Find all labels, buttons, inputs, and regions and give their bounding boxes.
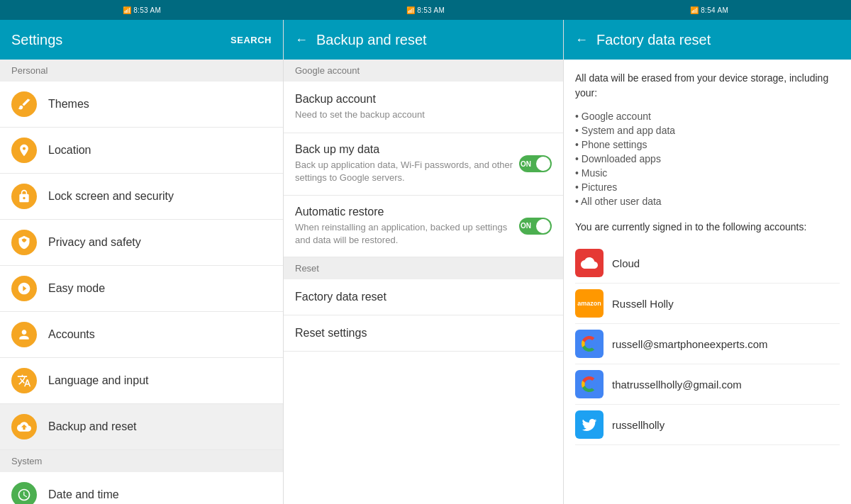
- language-icon: [17, 374, 31, 388]
- status-panel-2: 📶 8:53 AM: [284, 0, 567, 20]
- status-icons-1: 📶 8:53 AM: [123, 6, 161, 14]
- google2-account-icon: [575, 370, 604, 398]
- account-google2: thatrussellholly@gmail.com: [575, 364, 840, 405]
- privacy-label: Privacy and safety: [48, 236, 141, 249]
- google1-account-icon: [575, 330, 604, 358]
- account-twitter: russellholly: [575, 405, 840, 445]
- factory-header: ← Factory data reset: [564, 20, 851, 60]
- restore-toggle-knob: [536, 219, 550, 233]
- backup-account-item[interactable]: Backup account Need to set the backup ac…: [284, 82, 563, 133]
- time-display-3: 8:54 AM: [701, 6, 728, 14]
- language-icon-circle: [11, 368, 37, 393]
- auto-restore-title: Automatic restore: [295, 206, 519, 218]
- backup-back-button[interactable]: ←: [295, 33, 308, 47]
- main-area: Settings SEARCH Personal Themes Location…: [0, 20, 851, 504]
- backup-label: Backup and reset: [48, 420, 137, 433]
- backup-account-title: Backup account: [295, 93, 552, 106]
- sidebar-item-lock[interactable]: Lock screen and security: [0, 174, 283, 220]
- auto-restore-item[interactable]: Automatic restore When reinstalling an a…: [284, 196, 563, 257]
- settings-header: Settings SEARCH: [0, 20, 283, 60]
- account-google1: russell@smartphoneexperts.com: [575, 324, 840, 364]
- accounts-text: You are currently signed in to the follo…: [575, 220, 840, 235]
- status-bar: 📶 8:53 AM 📶 8:53 AM 📶 8:54 AM: [0, 0, 851, 20]
- cloud-account-icon: [575, 249, 604, 277]
- section-personal: Personal: [0, 60, 283, 82]
- erase-item-2: System and app data: [575, 123, 840, 138]
- amazon-account-icon: amazon: [575, 289, 604, 318]
- panel-backup: ← Backup and reset Google account Backup…: [284, 20, 564, 504]
- sidebar-item-easy-mode[interactable]: Easy mode: [0, 266, 283, 312]
- twitter-account-name: russellholly: [612, 419, 664, 431]
- clock-icon-circle: [11, 482, 37, 504]
- privacy-icon-circle: [11, 230, 37, 255]
- factory-title: Factory data reset: [596, 32, 840, 48]
- lock-label: Lock screen and security: [48, 190, 174, 203]
- cloud-account-name: Cloud: [612, 257, 640, 269]
- back-up-data-sub: Back up application data, Wi-Fi password…: [295, 159, 519, 184]
- back-up-data-content: Back up my data Back up application data…: [295, 143, 519, 184]
- google1-svg-icon: [581, 335, 598, 352]
- privacy-icon: [17, 235, 31, 250]
- sidebar-item-language[interactable]: Language and input: [0, 358, 283, 404]
- erase-item-3: Phone settings: [575, 138, 840, 152]
- panel-settings: Settings SEARCH Personal Themes Location…: [0, 20, 284, 504]
- language-label: Language and input: [48, 374, 148, 387]
- status-icons-2: 📶 8:53 AM: [406, 6, 445, 14]
- twitter-svg-icon: [581, 416, 598, 433]
- sidebar-item-backup[interactable]: Backup and reset: [0, 404, 283, 450]
- account-amazon: amazon Russell Holly: [575, 284, 840, 324]
- panel-factory: ← Factory data reset All data will be er…: [564, 20, 851, 504]
- themes-label: Themes: [48, 98, 89, 111]
- amazon-icon-text: amazon: [577, 300, 601, 307]
- google2-svg-icon: [581, 376, 598, 393]
- backup-title: Backup and reset: [316, 32, 552, 48]
- back-up-data-item[interactable]: Back up my data Back up application data…: [284, 133, 563, 195]
- lock-icon-circle: [11, 184, 37, 209]
- erase-item-4: Downloaded apps: [575, 152, 840, 166]
- cloud-svg-icon: [581, 254, 598, 271]
- time-display-1: 8:53 AM: [133, 6, 161, 14]
- factory-description: All data will be erased from your device…: [575, 71, 840, 101]
- erase-item-6: Pictures: [575, 180, 840, 194]
- settings-title: Settings: [11, 32, 230, 48]
- backup-account-sub: Need to set the backup account: [295, 108, 552, 121]
- google2-account-name: thatrussellholly@gmail.com: [612, 379, 742, 391]
- backup-data-toggle[interactable]: ON: [519, 155, 552, 172]
- reset-settings-title: Reset settings: [295, 327, 552, 340]
- easymode-icon: [17, 281, 31, 296]
- factory-back-button[interactable]: ←: [575, 33, 588, 47]
- backup-header: ← Backup and reset: [284, 20, 563, 60]
- easymode-icon-circle: [11, 276, 37, 301]
- amazon-account-name: Russell Holly: [612, 298, 674, 310]
- bluetooth-icon-1: 📶: [123, 6, 131, 14]
- factory-reset-item[interactable]: Factory data reset: [284, 279, 563, 315]
- auto-restore-toggle[interactable]: ON: [519, 218, 552, 235]
- clock-icon: [17, 488, 31, 502]
- factory-reset-title: Factory data reset: [295, 291, 552, 303]
- location-label: Location: [48, 144, 91, 157]
- factory-content: All data will be erased from your device…: [564, 60, 851, 457]
- accounts-icon: [17, 327, 31, 342]
- location-icon: [17, 143, 31, 157]
- sidebar-item-location[interactable]: Location: [0, 128, 283, 174]
- google1-account-name: russell@smartphoneexperts.com: [612, 338, 767, 350]
- twitter-account-icon: [575, 410, 604, 439]
- factory-erase-list: Google account System and app data Phone…: [575, 109, 840, 208]
- search-button[interactable]: SEARCH: [230, 35, 272, 45]
- reset-settings-item[interactable]: Reset settings: [284, 315, 563, 352]
- easy-mode-label: Easy mode: [48, 282, 105, 295]
- sidebar-item-privacy[interactable]: Privacy and safety: [0, 220, 283, 266]
- reset-label: Reset: [284, 257, 563, 279]
- backup-toggle-knob: [536, 157, 550, 171]
- erase-item-1: Google account: [575, 109, 840, 123]
- sidebar-item-accounts[interactable]: Accounts: [0, 312, 283, 358]
- account-cloud: Cloud: [575, 243, 840, 284]
- google-account-label: Google account: [284, 60, 563, 82]
- restore-toggle-label: ON: [521, 222, 531, 230]
- status-panel-3: 📶 8:54 AM: [567, 0, 851, 20]
- sidebar-item-themes[interactable]: Themes: [0, 82, 283, 128]
- location-icon-circle: [11, 138, 37, 163]
- backup-icon: [17, 420, 31, 434]
- backup-toggle-label: ON: [521, 160, 531, 168]
- sidebar-item-datetime[interactable]: Date and time: [0, 472, 283, 504]
